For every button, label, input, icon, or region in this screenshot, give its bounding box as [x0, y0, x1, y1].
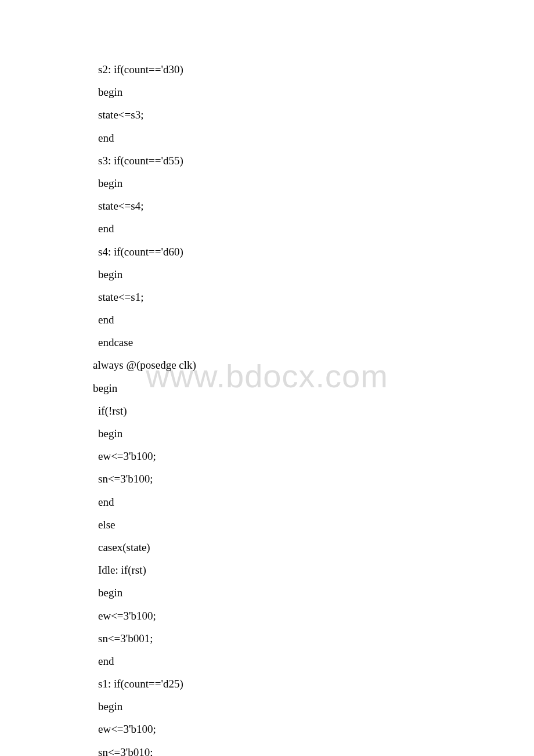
code-content: s2: if(count=='d30) begin state<=s3; end… [93, 64, 464, 756]
code-line: s4: if(count=='d60) [93, 246, 464, 257]
code-line: begin [93, 587, 464, 598]
code-line: state<=s4; [93, 200, 464, 211]
code-line: Idle: if(rst) [93, 564, 464, 575]
code-line: begin [93, 428, 464, 439]
code-line: sn<=3'b010; [93, 747, 464, 756]
code-line: begin [93, 269, 464, 280]
code-line: end [93, 314, 464, 325]
code-line: ew<=3'b100; [93, 610, 464, 621]
code-line: s3: if(count=='d55) [93, 155, 464, 166]
code-line: casex(state) [93, 542, 464, 553]
code-line: begin [93, 87, 464, 98]
code-line: endcase [93, 337, 464, 348]
code-line: sn<=3'b100; [93, 473, 464, 484]
code-line: begin [93, 701, 464, 712]
code-line: end [93, 496, 464, 507]
code-line: state<=s3; [93, 109, 464, 120]
code-line: always @(posedge clk) [93, 359, 464, 370]
code-line: ew<=3'b100; [93, 451, 464, 462]
code-line: else [93, 519, 464, 530]
code-line: sn<=3'b001; [93, 633, 464, 644]
code-line: end [93, 656, 464, 667]
code-line: begin [93, 383, 464, 394]
code-line: ew<=3'b100; [93, 723, 464, 735]
code-line: s2: if(count=='d30) [93, 64, 464, 75]
code-line: begin [93, 178, 464, 189]
code-line: end [93, 132, 464, 143]
code-line: if(!rst) [93, 405, 464, 416]
code-line: s1: if(count=='d25) [93, 678, 464, 689]
code-line: end [93, 223, 464, 234]
code-line: state<=s1; [93, 291, 464, 303]
